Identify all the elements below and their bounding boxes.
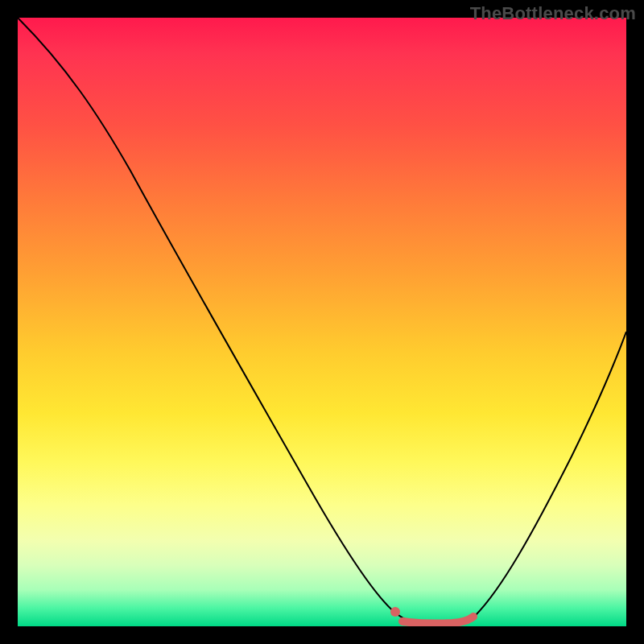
watermark-text: TheBottleneck.com [470, 3, 636, 24]
chart-frame: TheBottleneck.com [0, 0, 644, 644]
plot-area [18, 18, 626, 626]
optimal-start-dot [390, 607, 400, 617]
bottleneck-curve [18, 18, 626, 624]
optimal-range-highlight [402, 617, 473, 624]
curve-layer [18, 18, 626, 626]
